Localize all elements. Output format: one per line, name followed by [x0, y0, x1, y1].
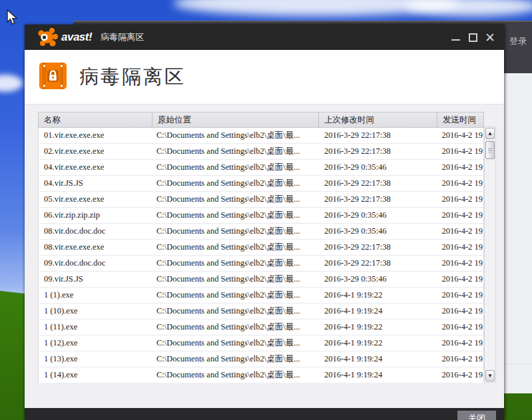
column-header-path[interactable]: 原始位置	[152, 112, 319, 127]
cell-path: C:\Documents and Settings\elb2\桌面\最...	[152, 306, 319, 317]
vertical-scrollbar[interactable]: ▲ ▼	[484, 126, 496, 383]
cell-path: C:\Documents and Settings\elb2\桌面\最...	[152, 274, 319, 285]
table-row[interactable]: 09.vir.JS.JS C:\Documents and Settings\e…	[39, 272, 483, 288]
cell-modified: 2016-3-29 0:35:46	[319, 274, 437, 284]
quarantine-table: 名称 原始位置 上次修改时间 发送时间 01.vir.exe.exe.exe C…	[38, 112, 496, 419]
table-row[interactable]: 04.vir.exe.exe.exe C:\Documents and Sett…	[39, 160, 483, 176]
cell-path: C:\Documents and Settings\elb2\桌面\最...	[152, 337, 319, 349]
table-row[interactable]: 1 (1).exe C:\Documents and Settings\elb2…	[39, 288, 483, 304]
table-row[interactable]: 09.vir.doc.doc.doc C:\Documents and Sett…	[39, 256, 483, 272]
cell-path: C:\Documents and Settings\elb2\桌面\最...	[152, 146, 319, 157]
column-header-sent[interactable]: 发送时间	[437, 112, 483, 127]
cell-path: C:\Documents and Settings\elb2\桌面\最...	[152, 194, 319, 205]
cloud	[0, 75, 23, 92]
cell-modified: 2016-4-1 9:19:24	[319, 306, 437, 316]
cell-path: C:\Documents and Settings\elb2\桌面\最...	[152, 162, 319, 173]
cell-path: C:\Documents and Settings\elb2\桌面\最...	[152, 353, 319, 365]
cell-name: 1 (1).exe	[39, 290, 152, 300]
cell-modified: 2016-3-29 0:35:46	[319, 162, 437, 172]
cell-path: C:\Documents and Settings\elb2\桌面\最...	[152, 226, 319, 237]
maximize-button[interactable]	[465, 30, 480, 45]
cell-sent: 2016-4-2 19	[437, 306, 483, 316]
scroll-up-icon[interactable]: ▲	[485, 128, 495, 139]
table-row[interactable]: 1 (11).exe C:\Documents and Settings\elb…	[39, 319, 483, 335]
cell-sent: 2016-4-2 19	[437, 258, 483, 268]
cell-name: 06.vir.zip.zip.zip	[39, 210, 152, 220]
cell-sent: 2016-4-2 19	[437, 322, 483, 332]
vertical-scroll-thumb[interactable]	[485, 141, 495, 159]
cell-name: 04.vir.JS.JS	[39, 178, 152, 188]
scroll-down-icon[interactable]: ▼	[485, 370, 495, 381]
cell-name: 04.vir.exe.exe.exe	[39, 162, 152, 172]
table-row[interactable]: 1 (13).exe C:\Documents and Settings\elb…	[39, 351, 483, 367]
cell-path: C:\Documents and Settings\elb2\桌面\最...	[152, 210, 319, 221]
cell-path: C:\Documents and Settings\elb2\桌面\最...	[152, 258, 319, 269]
cell-sent: 2016-4-2 19	[437, 162, 483, 172]
table-row[interactable]: 04.vir.JS.JS C:\Documents and Settings\e…	[39, 176, 483, 192]
table-row[interactable]: 1 (14).exe C:\Documents and Settings\elb…	[39, 367, 483, 383]
cell-sent: 2016-4-2 19	[437, 210, 483, 220]
cell-name: 09.vir.JS.JS	[39, 274, 152, 284]
brand-text: avast!	[61, 31, 92, 44]
close-dialog-button[interactable]: 关闭	[457, 411, 496, 420]
cell-modified: 2016-3-29 0:35:46	[319, 210, 437, 220]
screen: 登录 avast! 病	[0, 0, 532, 420]
cell-modified: 2016-4-1 9:19:22	[319, 290, 437, 300]
cell-path: C:\Documents and Settings\elb2\桌面\最...	[152, 321, 319, 333]
cell-sent: 2016-4-2 19	[437, 290, 483, 300]
cell-path: C:\Documents and Settings\elb2\桌面\最...	[152, 290, 319, 301]
table-row[interactable]: 08.vir.doc.doc.doc C:\Documents and Sett…	[39, 224, 483, 240]
cell-name: 08.vir.exe.exe.exe	[39, 242, 152, 252]
cell-path: C:\Documents and Settings\elb2\桌面\最...	[152, 242, 319, 253]
table-row[interactable]: 02.vir.exe.exe.exe C:\Documents and Sett…	[39, 144, 483, 160]
column-header-modified[interactable]: 上次修改时间	[319, 112, 437, 127]
quarantine-chest-icon	[39, 61, 67, 93]
table-row[interactable]: 05.vir.exe.exe.exe C:\Documents and Sett…	[39, 192, 483, 208]
divider	[499, 363, 532, 364]
cell-modified: 2016-3-29 22:17:38	[319, 178, 437, 188]
window-title: 病毒隔离区	[101, 31, 144, 43]
close-window-button[interactable]: ✕	[483, 30, 497, 45]
avast-logo-icon: avast!	[36, 27, 92, 47]
cell-sent: 2016-4-2 19	[437, 354, 483, 364]
table-row[interactable]: 01.vir.exe.exe.exe C:\Documents and Sett…	[39, 128, 483, 144]
cell-modified: 2016-3-29 22:17:38	[319, 146, 437, 156]
cell-name: 1 (12).exe	[39, 338, 152, 348]
cell-modified: 2016-3-29 22:17:38	[319, 130, 437, 140]
cell-modified: 2016-3-29 22:17:38	[319, 194, 437, 204]
cell-sent: 2016-4-2 19	[437, 274, 483, 284]
cloud	[406, 0, 532, 16]
cell-name: 08.vir.doc.doc.doc	[39, 226, 152, 236]
page-header: 病毒隔离区	[25, 50, 504, 105]
cell-modified: 2016-4-1 9:19:24	[319, 370, 437, 380]
cell-sent: 2016-4-2 19	[437, 146, 483, 156]
cell-name: 1 (10).exe	[39, 306, 152, 316]
cell-modified: 2016-3-29 22:17:38	[319, 242, 437, 252]
cell-name: 01.vir.exe.exe.exe	[39, 130, 152, 140]
cell-sent: 2016-4-2 19	[437, 178, 483, 188]
mouse-cursor	[6, 9, 21, 28]
cell-modified: 2016-4-1 9:19:24	[319, 354, 437, 364]
minimize-button[interactable]	[448, 30, 463, 45]
cell-path: C:\Documents and Settings\elb2\桌面\最...	[152, 130, 319, 141]
table-row[interactable]: 1 (12).exe C:\Documents and Settings\elb…	[39, 335, 483, 351]
titlebar[interactable]: avast! 病毒隔离区 ✕	[25, 25, 504, 50]
cell-name: 1 (14).exe	[39, 370, 152, 380]
table-row[interactable]: 06.vir.zip.zip.zip C:\Documents and Sett…	[39, 208, 483, 224]
cell-sent: 2016-4-2 19	[437, 242, 483, 252]
dialog-footer: 关闭	[25, 408, 504, 420]
table-row[interactable]: 08.vir.exe.exe.exe C:\Documents and Sett…	[39, 240, 483, 256]
cell-name: 1 (11).exe	[39, 322, 152, 332]
cell-sent: 2016-4-2 19	[437, 194, 483, 204]
column-header-name[interactable]: 名称	[39, 112, 152, 127]
table-header: 名称 原始位置 上次修改时间 发送时间	[38, 112, 484, 128]
cell-sent: 2016-4-2 19	[437, 130, 483, 140]
cell-modified: 2016-3-29 0:35:46	[319, 226, 437, 236]
table-body: 01.vir.exe.exe.exe C:\Documents and Sett…	[38, 128, 484, 383]
login-button[interactable]: 登录	[509, 35, 532, 47]
cell-sent: 2016-4-2 19	[437, 338, 483, 348]
cell-name: 09.vir.doc.doc.doc	[39, 258, 152, 268]
cell-modified: 2016-3-29 22:17:38	[319, 258, 437, 268]
table-row[interactable]: 1 (10).exe C:\Documents and Settings\elb…	[39, 304, 483, 319]
cell-name: 02.vir.exe.exe.exe	[39, 146, 152, 156]
